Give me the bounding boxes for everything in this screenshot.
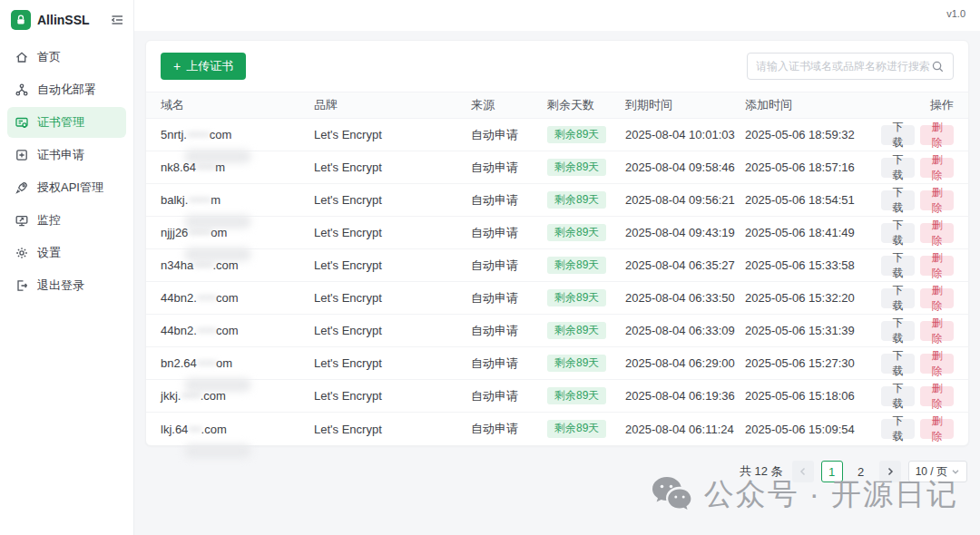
download-button[interactable]: 下载 (881, 125, 915, 145)
sidebar-item-home[interactable]: 首页 (7, 42, 126, 73)
expire-cell: 2025-08-04 06:29:00 (625, 356, 745, 370)
domain-cell: 44bn2.••••••com (161, 291, 314, 305)
menu-fold-icon[interactable] (110, 13, 124, 27)
added-cell: 2025-05-06 18:57:16 (745, 160, 881, 174)
wechat-icon (650, 473, 695, 515)
days-cell: 剩余89天 (547, 191, 625, 209)
search-input[interactable] (756, 60, 931, 73)
actions-cell: 下载 删除 (881, 158, 954, 178)
actions-cell: 下载 删除 (881, 288, 954, 308)
brand-cell: Let's Encrypt (314, 291, 471, 305)
domain-suffix: .com (212, 258, 238, 272)
certificate-icon (15, 115, 29, 130)
domain-suffix: m (211, 193, 220, 207)
expire-cell: 2025-08-04 06:35:27 (625, 258, 745, 272)
days-cell: 剩余89天 (547, 159, 625, 176)
sidebar-item-settings[interactable]: 设置 (7, 238, 126, 268)
download-button[interactable]: 下载 (881, 354, 915, 374)
download-button[interactable]: 下载 (881, 190, 915, 210)
source-cell: 自动申请 (471, 388, 547, 404)
delete-button[interactable]: 删除 (920, 190, 954, 210)
download-button[interactable]: 下载 (881, 321, 915, 341)
days-left-badge: 剩余89天 (547, 257, 606, 274)
col-expire: 到期时间 (625, 97, 745, 113)
col-actions: 操作 (881, 97, 954, 113)
sidebar-item-api-manage[interactable]: 授权API管理 (7, 172, 126, 203)
upload-cert-button[interactable]: + 上传证书 (161, 53, 246, 80)
table-row: nk8.64••••••m Let's Encrypt 自动申请 剩余89天 2… (146, 151, 968, 184)
domain-masked: •••••• (181, 389, 200, 403)
logout-icon (15, 278, 29, 293)
download-button[interactable]: 下载 (881, 288, 915, 308)
domain-suffix: m (215, 160, 225, 174)
sidebar-item-cert-manage[interactable]: 证书管理 (7, 107, 126, 138)
added-cell: 2025-05-06 18:59:32 (745, 128, 881, 141)
download-button[interactable]: 下载 (881, 223, 915, 243)
top-bar: v1.0 (134, 0, 980, 31)
domain-suffix: com (210, 128, 232, 141)
days-cell: 剩余89天 (547, 355, 625, 372)
table-row: 5nrtj.•••••••com Let's Encrypt 自动申请 剩余89… (146, 119, 968, 151)
days-left-badge: 剩余89天 (547, 420, 606, 437)
source-cell: 自动申请 (471, 290, 547, 306)
source-cell: 自动申请 (471, 192, 547, 209)
domain-cell: 44bn2.••••••com (161, 324, 314, 337)
days-left-badge: 剩余89天 (547, 289, 606, 306)
download-button[interactable]: 下载 (881, 158, 915, 178)
deploy-icon (15, 83, 29, 97)
table-row: balkj.•••••••m Let's Encrypt 自动申请 剩余89天 … (146, 184, 968, 217)
toolbar: + 上传证书 (146, 41, 968, 92)
actions-cell: 下载 删除 (881, 321, 954, 341)
watermark-text: 公众号 · 开源日记 (704, 474, 958, 515)
brand-cell: Let's Encrypt (314, 423, 471, 436)
domain-suffix: om (211, 226, 227, 239)
delete-button[interactable]: 删除 (920, 158, 954, 178)
sidebar-item-label: 证书申请 (37, 147, 84, 163)
delete-button[interactable]: 删除 (920, 125, 954, 145)
expire-cell: 2025-08-04 06:11:24 (625, 423, 745, 436)
actions-cell: 下载 删除 (881, 190, 954, 210)
days-cell: 剩余89天 (547, 387, 625, 404)
domain-prefix: njjj26 (161, 226, 188, 239)
added-cell: 2025-05-06 15:18:06 (745, 389, 881, 403)
download-button[interactable]: 下载 (881, 419, 915, 439)
sidebar-item-cert-apply[interactable]: 证书申请 (7, 140, 126, 170)
actions-cell: 下载 删除 (881, 125, 954, 145)
actions-cell: 下载 删除 (881, 223, 954, 243)
domain-prefix: bn2.64 (161, 356, 197, 370)
sidebar-menu: 首页 自动化部署 证书管理 (0, 36, 133, 301)
sidebar-item-logout[interactable]: 退出登录 (7, 270, 126, 301)
download-button[interactable]: 下载 (881, 256, 915, 276)
days-left-badge: 剩余89天 (547, 387, 606, 404)
sidebar-item-monitor[interactable]: 监控 (7, 205, 126, 236)
domain-cell: 5nrtj.•••••••com (161, 128, 314, 141)
source-cell: 自动申请 (471, 421, 547, 437)
source-cell: 自动申请 (471, 127, 547, 143)
domain-masked: •••••• (197, 356, 216, 370)
delete-button[interactable]: 删除 (920, 354, 954, 374)
delete-button[interactable]: 删除 (920, 321, 954, 341)
search-icon[interactable] (931, 60, 945, 73)
delete-button[interactable]: 删除 (920, 288, 954, 308)
delete-button[interactable]: 删除 (920, 223, 954, 243)
expire-cell: 2025-08-04 09:58:46 (625, 160, 745, 174)
domain-masked: ••••••• (188, 226, 211, 239)
expire-cell: 2025-08-04 09:43:19 (625, 226, 745, 239)
download-button[interactable]: 下载 (881, 386, 915, 406)
expire-cell: 2025-08-04 06:33:09 (625, 324, 745, 337)
added-cell: 2025-05-06 18:41:49 (745, 226, 881, 239)
domain-prefix: nk8.64 (161, 160, 196, 174)
brand-cell: Let's Encrypt (314, 128, 471, 141)
rocket-icon (15, 180, 29, 195)
sidebar: AllinSSL 首页 (0, 0, 134, 535)
delete-button[interactable]: 删除 (920, 256, 954, 276)
domain-cell: njjj26•••••••om (161, 226, 314, 239)
sidebar-item-deploy[interactable]: 自动化部署 (7, 74, 126, 105)
delete-button[interactable]: 删除 (920, 386, 954, 406)
delete-button[interactable]: 删除 (920, 419, 954, 439)
table-row: 44bn2.••••••com Let's Encrypt 自动申请 剩余89天… (146, 282, 968, 315)
app-logo-icon (11, 10, 31, 30)
plus-icon: + (173, 60, 181, 73)
table-header: 域名 品牌 来源 剩余天数 到期时间 添加时间 操作 (146, 92, 968, 119)
domain-suffix: .com (201, 389, 226, 403)
